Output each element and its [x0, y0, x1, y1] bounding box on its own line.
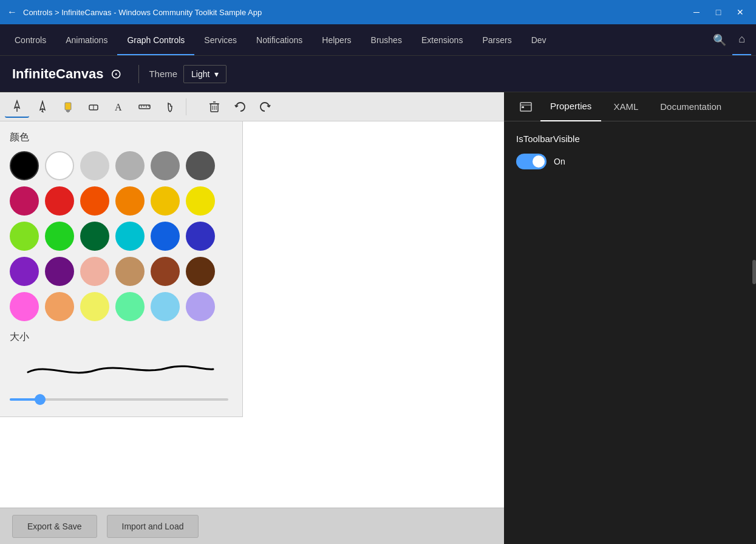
panel-resizer[interactable] — [752, 260, 756, 284]
theme-value: Light — [191, 69, 209, 79]
nav-item-helpers[interactable]: Helpers — [312, 24, 361, 55]
search-button[interactable]: 🔍 — [707, 24, 732, 55]
slider-thumb[interactable] — [35, 394, 46, 405]
highlighter-tool[interactable] — [56, 96, 80, 118]
nav-item-parsers[interactable]: Parsers — [472, 24, 521, 55]
text-tool[interactable]: A — [107, 96, 131, 118]
toolbar-actions — [202, 96, 278, 118]
back-button[interactable]: ← — [7, 7, 17, 18]
color-circle[interactable] — [80, 151, 109, 180]
undo-button[interactable] — [228, 96, 252, 118]
color-section-label: 颜色 — [10, 131, 233, 144]
color-circle[interactable] — [80, 292, 109, 321]
import-load-button[interactable]: Import and Load — [107, 515, 199, 538]
size-section: 大小 — [10, 331, 233, 407]
color-circle[interactable] — [151, 222, 180, 251]
color-circle[interactable] — [115, 222, 145, 251]
color-circle[interactable] — [151, 186, 180, 216]
minimize-button[interactable]: ─ — [688, 4, 705, 21]
color-circle[interactable] — [115, 151, 145, 180]
touch-tool[interactable] — [158, 96, 182, 118]
tab-xaml[interactable]: XAML — [604, 92, 648, 121]
svg-rect-5 — [65, 103, 71, 110]
header-bar: InfiniteCanvas ⊙ Theme Light ▾ — [0, 56, 756, 92]
eraser-tool[interactable] — [81, 96, 106, 118]
redo-button[interactable] — [253, 96, 278, 118]
pen-alt-tool[interactable] — [30, 96, 55, 118]
page-title: InfiniteCanvas — [12, 66, 103, 82]
right-content: IsToolbarVisible On — [504, 121, 756, 182]
close-button[interactable]: ✕ — [732, 4, 749, 21]
color-circle[interactable] — [10, 186, 39, 216]
nav-item-controls[interactable]: Controls — [5, 24, 56, 55]
color-circle[interactable] — [186, 222, 215, 251]
toggle-knob — [533, 155, 545, 168]
nav-item-notifications[interactable]: Notifications — [247, 24, 312, 55]
color-circle[interactable] — [115, 292, 145, 321]
delete-button[interactable] — [202, 96, 226, 118]
nav-item-services[interactable]: Services — [194, 24, 247, 55]
ink-pen-tool[interactable] — [5, 96, 29, 118]
window-title: Controls > InfiniteCanvas - Windows Comm… — [23, 8, 262, 17]
color-circle[interactable] — [80, 257, 109, 286]
color-circle[interactable] — [10, 222, 39, 251]
color-circle[interactable] — [151, 151, 180, 180]
nav-bar: Controls Animations Graph Controls Servi… — [0, 24, 756, 56]
bottom-bar: Export & Save Import and Load — [0, 508, 504, 544]
nav-item-brushes[interactable]: Brushes — [361, 24, 412, 55]
export-save-button[interactable]: Export & Save — [12, 515, 97, 538]
color-circle[interactable] — [45, 292, 74, 321]
color-grid — [10, 151, 233, 321]
nav-item-graph-controls[interactable]: Graph Controls — [117, 24, 194, 55]
color-circle[interactable] — [45, 186, 74, 216]
chevron-down-icon: ▾ — [214, 69, 219, 79]
canvas-area[interactable]: 颜色 大小 — [0, 121, 504, 544]
properties-icon[interactable] — [514, 92, 538, 121]
color-circle[interactable] — [186, 292, 215, 321]
nav-item-animations[interactable]: Animations — [56, 24, 117, 55]
color-circle[interactable] — [186, 151, 215, 180]
nav-item-extensions[interactable]: Extensions — [412, 24, 472, 55]
color-circle[interactable] — [45, 257, 74, 286]
color-circle[interactable] — [186, 257, 215, 286]
color-circle[interactable] — [115, 186, 145, 216]
color-circle[interactable] — [151, 292, 180, 321]
color-picker-panel: 颜色 大小 — [0, 121, 243, 417]
home-button[interactable]: ⌂ — [732, 24, 751, 55]
svg-text:A: A — [115, 102, 122, 112]
right-panel: Properties XAML Documentation IsToolbarV… — [504, 92, 756, 544]
size-section-label: 大小 — [10, 331, 233, 344]
color-circle[interactable] — [80, 186, 109, 216]
color-circle[interactable] — [10, 151, 39, 180]
color-circle[interactable] — [45, 222, 74, 251]
color-circle[interactable] — [186, 186, 215, 216]
theme-dropdown[interactable]: Light ▾ — [183, 65, 226, 83]
github-icon[interactable]: ⊙ — [111, 66, 121, 82]
brush-preview — [10, 351, 228, 387]
color-circle[interactable] — [10, 292, 39, 321]
toolbar-visible-toggle[interactable] — [516, 154, 547, 169]
tab-properties[interactable]: Properties — [540, 92, 601, 121]
color-circle[interactable] — [45, 151, 74, 180]
svg-rect-25 — [522, 106, 524, 108]
title-bar: ← Controls > InfiniteCanvas - Windows Co… — [0, 0, 756, 24]
toolbar: A — [0, 92, 504, 121]
color-circle[interactable] — [80, 222, 109, 251]
tab-documentation[interactable]: Documentation — [650, 92, 731, 121]
right-tabs: Properties XAML Documentation — [504, 92, 756, 121]
left-panel: A 颜色 — [0, 92, 504, 544]
property-name: IsToolbarVisible — [516, 134, 744, 144]
main-container: A 颜色 — [0, 92, 756, 544]
toggle-row: On — [516, 154, 744, 169]
ruler-tool[interactable] — [132, 96, 157, 118]
size-slider[interactable] — [10, 392, 228, 407]
maximize-button[interactable]: □ — [710, 4, 727, 21]
color-circle[interactable] — [10, 257, 39, 286]
header-divider — [138, 65, 139, 83]
color-circle[interactable] — [115, 257, 145, 286]
color-circle[interactable] — [151, 257, 180, 286]
svg-marker-2 — [40, 101, 45, 110]
nav-item-dev[interactable]: Dev — [522, 24, 556, 55]
toggle-label: On — [554, 157, 565, 166]
svg-rect-12 — [139, 105, 150, 109]
